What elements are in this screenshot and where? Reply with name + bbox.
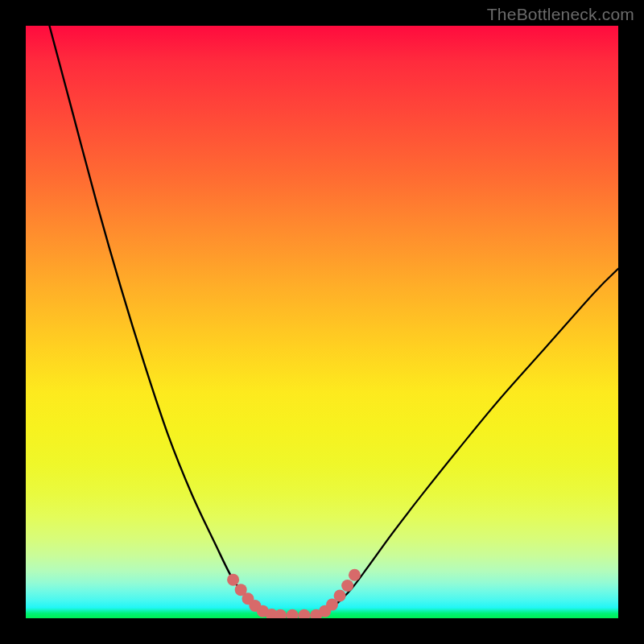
accent-dot: [349, 569, 361, 581]
curve-right: [322, 269, 618, 616]
watermark-text: TheBottleneck.com: [487, 5, 634, 24]
accent-dot: [275, 609, 287, 618]
chart-frame: TheBottleneck.com: [0, 0, 644, 644]
accent-dot: [287, 609, 299, 618]
accent-dots: [227, 569, 361, 618]
accent-dot: [227, 574, 239, 586]
plot-area: [26, 26, 618, 618]
curves-svg: [26, 26, 618, 618]
accent-dot: [298, 609, 310, 618]
accent-dot: [334, 590, 346, 602]
curve-left: [49, 26, 275, 615]
accent-dot: [341, 580, 353, 592]
